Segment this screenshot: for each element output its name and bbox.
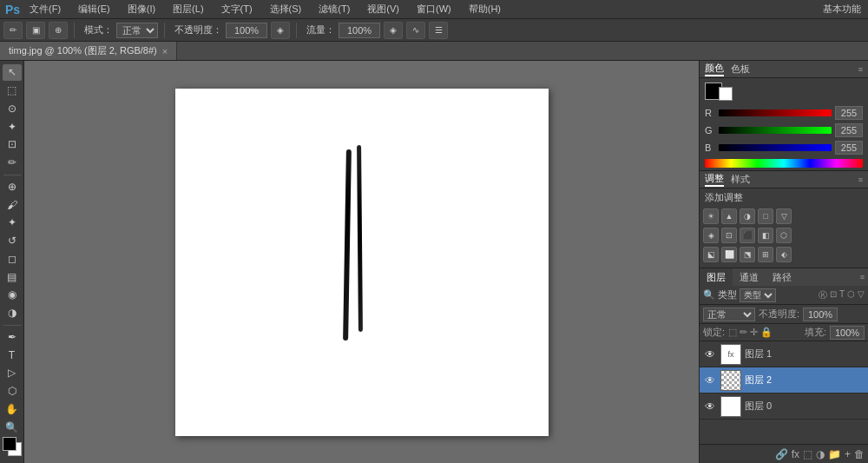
bg-color-main[interactable] <box>719 87 733 101</box>
menu-edit[interactable]: 编辑(E) <box>75 1 114 17</box>
opacity-btn[interactable]: ◈ <box>271 22 290 39</box>
shape-tool[interactable]: ⬡ <box>3 383 22 400</box>
magic-wand-tool[interactable]: ✦ <box>3 118 22 135</box>
b-slider[interactable] <box>719 144 832 151</box>
flow-btn[interactable]: ◈ <box>384 22 403 39</box>
brush-tool-btn[interactable]: ✏ <box>3 22 23 39</box>
text-tool[interactable]: T <box>3 347 22 363</box>
flow-input[interactable] <box>339 23 380 38</box>
layer-group-btn[interactable]: 📁 <box>828 448 841 460</box>
smoothing-btn[interactable]: ☰ <box>429 22 448 39</box>
adj-color-lookup[interactable]: ⬜ <box>721 247 737 262</box>
menu-file[interactable]: 文件(F) <box>26 1 64 17</box>
adj-bw[interactable]: ◧ <box>758 228 773 243</box>
menu-layer[interactable]: 图层(L) <box>169 1 207 17</box>
eyedropper-tool[interactable]: ✏ <box>3 155 22 171</box>
opacity-input[interactable] <box>226 23 267 38</box>
channels-tab[interactable]: 通道 <box>733 268 766 286</box>
adj-panel-expand[interactable]: ≡ <box>858 175 863 184</box>
paths-tab[interactable]: 路径 <box>766 268 799 286</box>
layer-2-visibility[interactable]: 👁 <box>703 374 717 387</box>
menu-help[interactable]: 帮助(H) <box>465 1 504 17</box>
layer-mask-btn[interactable]: ⬚ <box>803 448 812 460</box>
canvas-area[interactable] <box>24 61 699 463</box>
lasso-tool[interactable]: ⊙ <box>3 101 22 117</box>
tool-option1[interactable]: ▣ <box>26 22 45 39</box>
adj-posterize[interactable]: ⊞ <box>758 247 773 262</box>
filter-icon2[interactable]: ⊡ <box>830 289 837 301</box>
hand-tool[interactable]: ✋ <box>3 401 22 418</box>
adj-levels[interactable]: ▲ <box>721 208 737 224</box>
r-value[interactable] <box>835 106 863 120</box>
layer-1-visibility[interactable]: 👁 <box>703 347 717 361</box>
marquee-tool[interactable]: ⬚ <box>3 83 22 99</box>
clone-stamp-tool[interactable]: ✦ <box>3 215 22 231</box>
lock-artboard[interactable]: 🔒 <box>760 327 773 338</box>
tool-option2[interactable]: ⊕ <box>49 22 68 39</box>
layer-0-visibility[interactable]: 👁 <box>703 400 717 413</box>
layer-delete-btn[interactable]: 🗑 <box>854 448 865 460</box>
dodge-tool[interactable]: ◑ <box>3 305 22 321</box>
filter-icon1[interactable]: Ⓚ <box>819 289 827 301</box>
layers-tab[interactable]: 图层 <box>700 268 733 286</box>
fg-bg-colors[interactable] <box>3 437 22 456</box>
blur-tool[interactable]: ◉ <box>3 287 22 303</box>
filter-icon5[interactable]: ▽ <box>858 289 865 301</box>
mode-select[interactable]: 正常 <box>116 23 158 38</box>
menu-image[interactable]: 图像(I) <box>124 1 159 17</box>
adj-exposure[interactable]: □ <box>758 208 773 224</box>
menu-text[interactable]: 文字(T) <box>218 1 256 17</box>
style-tab[interactable]: 样式 <box>731 173 750 186</box>
color-panel-expand[interactable]: ≡ <box>858 65 863 74</box>
color-tab[interactable]: 颜色 <box>705 62 724 76</box>
adj-brightness[interactable]: ☀ <box>703 208 719 224</box>
b-value[interactable] <box>835 141 863 155</box>
menu-view[interactable]: 视图(V) <box>364 1 403 17</box>
layer-row-2[interactable]: 👁 图层 2 <box>700 367 868 394</box>
blend-mode-select[interactable]: 正常 <box>703 308 755 321</box>
color-spectrum[interactable] <box>705 159 863 168</box>
doc-tab-item[interactable]: timg.jpg @ 100% (图层 2, RGB/8#) × <box>0 42 177 60</box>
lock-transparent[interactable]: ⬚ <box>728 327 737 338</box>
adj-photo-filter[interactable]: ⬡ <box>776 228 792 243</box>
fg-color-swatch[interactable] <box>3 437 16 451</box>
layer-fx-btn[interactable]: fx <box>792 448 799 460</box>
layer-new-btn[interactable]: + <box>845 448 851 460</box>
adj-invert[interactable]: ⬔ <box>740 247 755 262</box>
layer-row-0[interactable]: 👁 图层 0 <box>700 394 868 420</box>
airbrush-btn[interactable]: ∿ <box>406 22 425 39</box>
adj-vibrance[interactable]: ◈ <box>703 228 719 243</box>
menu-select[interactable]: 选择(S) <box>266 1 306 17</box>
layer-adjustment-btn[interactable]: ◑ <box>816 448 825 460</box>
r-slider[interactable] <box>719 109 832 116</box>
filter-icon4[interactable]: ⬡ <box>847 289 855 301</box>
adj-color-balance[interactable]: ⬛ <box>740 228 755 243</box>
adj-tab[interactable]: 调整 <box>705 172 724 187</box>
filter-icon3[interactable]: T <box>839 289 845 301</box>
layers-panel-expand[interactable]: ≡ <box>860 273 865 281</box>
crop-tool[interactable]: ⊡ <box>3 136 22 153</box>
g-value[interactable] <box>835 123 863 137</box>
swatches-tab[interactable]: 色板 <box>731 63 750 76</box>
doc-tab-close[interactable]: × <box>162 46 168 56</box>
layer-link-btn[interactable]: 🔗 <box>775 448 788 460</box>
brush-tool[interactable]: 🖌 <box>3 196 22 213</box>
lock-position[interactable]: ✛ <box>750 327 758 338</box>
spot-heal-tool[interactable]: ⊕ <box>3 178 22 195</box>
workspace-label[interactable]: 基本功能 <box>823 3 861 16</box>
fill-input[interactable] <box>830 326 865 340</box>
filter-type-select[interactable]: 类型 <box>740 288 776 302</box>
menu-filter[interactable]: 滤镜(T) <box>315 1 353 17</box>
adj-hsl[interactable]: ⊡ <box>721 228 737 243</box>
gradient-tool[interactable]: ▤ <box>3 268 22 285</box>
zoom-tool[interactable]: 🔍 <box>3 419 22 435</box>
adj-gradient[interactable]: ▽ <box>776 208 792 224</box>
layer-row-1[interactable]: 👁 fx 图层 1 <box>700 341 868 367</box>
g-slider[interactable] <box>719 127 832 134</box>
layer-opacity-input[interactable] <box>803 308 838 321</box>
menu-window[interactable]: 窗口(W) <box>413 1 455 17</box>
eraser-tool[interactable]: ◻ <box>3 251 22 268</box>
adj-threshold[interactable]: ⬖ <box>776 247 792 262</box>
lock-pixels[interactable]: ✏ <box>740 327 747 338</box>
adj-curves[interactable]: ◑ <box>740 208 755 224</box>
